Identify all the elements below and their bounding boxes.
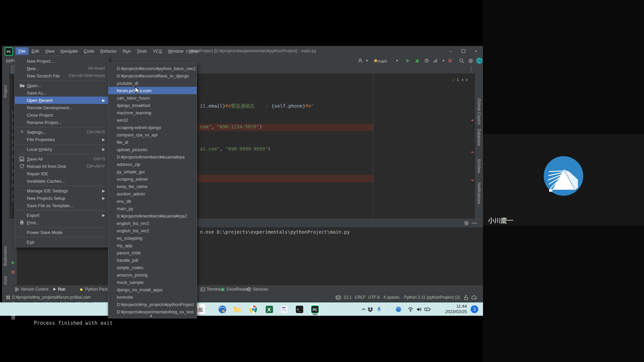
file-menu-item-save-file-as-template[interactable]: Save File as Template... <box>15 202 108 209</box>
recent-project-item[interactable]: parent_child <box>108 249 197 256</box>
taskbar-app-docs[interactable] <box>279 304 289 314</box>
project-icon[interactable] <box>6 295 10 300</box>
notification-badge[interactable]: 3 <box>471 305 478 313</box>
recent-project-item[interactable]: main_py <box>108 205 197 212</box>
file-menu-item-manage-ide-settings[interactable]: Manage IDE Settings▶ <box>15 187 108 194</box>
menubar-item-vcs[interactable]: VCS <box>150 47 165 55</box>
tool-strip-project[interactable]: Project <box>3 85 8 98</box>
user-avatar[interactable] <box>476 57 483 64</box>
recent-project-item[interactable]: forum.pc5bai.com <box>108 87 197 94</box>
file-menu-item-rename-project[interactable]: Rename Project... <box>15 119 108 126</box>
tray-dropbox-icon[interactable] <box>367 306 374 313</box>
inspections-widget[interactable]: ✓ 1 ∧ ∨ <box>452 77 468 82</box>
recent-project-item[interactable]: calc_labor_hours <box>108 94 197 102</box>
recent-project-item[interactable]: scraping_edinet <box>108 175 197 183</box>
recent-project-item[interactable]: file_dl <box>108 138 197 146</box>
tray-chevron-up-icon[interactable] <box>360 306 367 313</box>
menubar-item-edit[interactable]: Edit <box>29 47 42 55</box>
file-encoding[interactable]: UTF-8 <box>368 295 380 300</box>
recent-project-item[interactable]: eq_sclayping <box>108 234 197 242</box>
error-stripe-mark[interactable] <box>471 120 474 121</box>
recent-project-item[interactable]: machine_learning <box>108 109 197 116</box>
recent-project-item[interactable]: youtube_dl <box>108 79 197 87</box>
recent-project-item[interactable]: win32 <box>108 116 197 124</box>
recent-project-item[interactable]: D:¥projects¥my_projects¥pythonProject <box>108 301 197 308</box>
minimize-button[interactable]: – <box>444 46 457 56</box>
file-menu-item-open-recent[interactable]: Open Recent▶ <box>15 97 108 104</box>
caret-position[interactable]: 21:1 <box>344 295 352 300</box>
menubar-item-file[interactable]: File <box>15 47 29 55</box>
menubar-item-refactor[interactable]: Refactor <box>97 47 120 55</box>
recent-project-item[interactable]: D:¥projects¥lessons¥python_basic_sec2 <box>108 65 197 72</box>
tray-pin-faint-icon[interactable] <box>384 306 391 313</box>
error-stripe-mark[interactable] <box>471 152 474 153</box>
taskbar-app-cmd[interactable]: >_ <box>294 304 305 314</box>
menubar-item-navigate[interactable]: Navigate <box>57 47 80 55</box>
tool-tab-terminal[interactable]: Terminal <box>201 285 222 293</box>
menubar-item-code[interactable]: Code <box>81 47 97 55</box>
taskbar-app-pycharm[interactable]: PC <box>310 304 320 314</box>
recent-project-item[interactable]: D:¥projects¥members¥ikuama¥rpa <box>108 153 197 161</box>
menubar-item-window[interactable]: Window <box>165 47 186 55</box>
file-menu-item-save-all[interactable]: Save AllCtrl+S <box>15 155 108 163</box>
profiler-button[interactable] <box>432 57 439 64</box>
taskbar-app-chrome[interactable] <box>248 304 258 314</box>
tool-tab-run[interactable]: Run <box>53 285 65 293</box>
branch-caret-icon[interactable]: ▼ <box>394 57 400 64</box>
tool-strip-bookmarks[interactable]: Bookmarks <box>3 246 8 266</box>
recent-project-item[interactable]: konesite <box>108 293 197 301</box>
tool-strip-database[interactable]: Database <box>477 129 481 146</box>
tray-battery-icon[interactable] <box>424 306 431 313</box>
rerun-button[interactable] <box>10 259 16 266</box>
tray-wifi-icon[interactable] <box>407 306 414 313</box>
run-button[interactable] <box>405 57 411 64</box>
recent-project-item[interactable]: handle_pdf <box>108 256 197 264</box>
tool-tab-version-control[interactable]: Version Control <box>15 285 48 293</box>
file-menu-item-open[interactable]: Open... <box>15 82 108 89</box>
maximize-button[interactable] <box>457 46 470 56</box>
code-with-me-icon[interactable] <box>357 57 364 64</box>
file-menu-item-new-projects-setup[interactable]: New Projects Setup▶ <box>15 194 108 202</box>
recent-project-item[interactable]: amazon_pricing <box>108 271 197 279</box>
file-menu-item-repair-ide[interactable]: Repair IDE <box>15 170 108 177</box>
file-menu-item-reload-all-from-disk[interactable]: Reload All from DiskCtrl+Alt+Y <box>15 163 108 170</box>
tray-volume-icon[interactable] <box>416 306 423 313</box>
tool-strip-sciview[interactable]: SciView <box>477 159 481 173</box>
copilot-status-icon[interactable] <box>335 295 341 300</box>
tray-mic-icon[interactable] <box>376 306 382 313</box>
file-menu-item-invalidate-caches[interactable]: Invalidate Caches... <box>15 177 108 185</box>
file-menu-item-power-save-mode[interactable]: Power Save Mode <box>15 229 108 236</box>
recent-project-item[interactable]: env_db <box>108 197 197 205</box>
scroll-more-icon[interactable]: ▼ <box>150 314 153 318</box>
recent-project-item[interactable]: simple_codes <box>108 264 197 271</box>
run-more-caret-icon[interactable]: ▼ <box>440 57 447 64</box>
file-menu-item-save-as[interactable]: Save As... <box>15 89 108 97</box>
recent-project-item[interactable]: auction_admin <box>108 190 197 197</box>
taskbar-clock[interactable]: 11:44 2023/02/25 <box>445 304 467 314</box>
file-menu-item-new[interactable]: New...Alt+Insert <box>15 65 108 72</box>
tool-tab-excelreader[interactable]: XExcelReader <box>221 285 250 293</box>
ide-settings-gear-icon[interactable] <box>467 57 474 64</box>
git-branch-name[interactable]: main <box>378 59 387 64</box>
taskbar-app-browser-sphere[interactable] <box>217 304 227 314</box>
file-menu-item-new-scratch-file[interactable]: New Scratch FileCtrl+Alt+Shift+Insert <box>15 72 108 79</box>
recent-project-item[interactable]: scraping-edinet-django <box>108 124 197 131</box>
recent-project-item[interactable]: upload_pictures <box>108 146 197 153</box>
recent-project-item[interactable]: django_breakfast <box>108 102 197 109</box>
debug-button[interactable] <box>414 57 421 64</box>
taskbar-app-excel[interactable]: X <box>264 304 274 314</box>
menubar-item-run[interactable]: Run <box>120 47 134 55</box>
close-button[interactable]: × <box>470 46 482 56</box>
editor-split-divider[interactable] <box>373 73 373 219</box>
file-menu-item-export[interactable]: Export▶ <box>15 212 108 219</box>
file-menu-item-new-project[interactable]: New Project... <box>15 57 108 65</box>
coverage-button[interactable] <box>423 57 430 64</box>
recent-project-item[interactable]: django_no_install_apps <box>108 286 197 293</box>
python-interpreter[interactable]: Python 3.11 (pythonProject) (2) <box>404 295 460 300</box>
editor-options-kebab-icon[interactable]: ⋮ <box>469 66 474 71</box>
lock-icon[interactable] <box>464 295 468 300</box>
tool-tab-services[interactable]: Services <box>247 285 268 293</box>
recent-project-item[interactable]: py_simple_gui <box>108 168 197 175</box>
recent-project-item[interactable]: mock_sample <box>108 279 197 286</box>
console-collapse-icon[interactable]: — <box>472 220 477 226</box>
